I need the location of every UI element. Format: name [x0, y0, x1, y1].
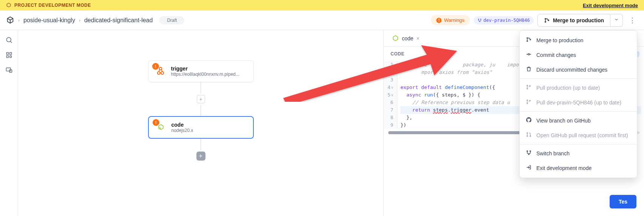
dropdown-divider: [520, 144, 637, 144]
svg-point-19: [528, 54, 530, 55]
exit-icon: [526, 164, 532, 172]
warning-dot-icon: !: [436, 18, 442, 23]
header: › poside-usual-kingly › dedicated-signif…: [0, 11, 644, 30]
dropdown-item[interactable]: Commit changes: [520, 47, 637, 62]
more-menu-button[interactable]: ⋮: [627, 14, 638, 27]
svg-point-0: [478, 19, 479, 20]
add-step-end-button[interactable]: +: [196, 152, 205, 161]
dropdown-divider: [520, 111, 637, 112]
merge-icon: [544, 17, 550, 23]
dropdown-item: Pull production (up to date): [520, 80, 637, 95]
commit-icon: [526, 51, 532, 58]
trash-icon: [526, 66, 532, 73]
dropdown-item[interactable]: Discard uncommitted changes: [520, 62, 637, 77]
gutter-line: 3: [388, 76, 393, 84]
dropdown-item-label: Pull dev-pravin-5QH846 (up to date): [536, 100, 621, 106]
warnings-button[interactable]: ! Warnings: [431, 15, 469, 25]
pull-icon: [526, 84, 532, 91]
dropdown-item-label: Merge to production: [536, 37, 584, 43]
svg-point-10: [9, 56, 11, 58]
test-button[interactable]: Tes: [610, 195, 636, 208]
svg-point-3: [545, 18, 546, 19]
gutter-line: 1: [388, 61, 393, 69]
dropdown-item[interactable]: Exit development mode: [520, 161, 637, 175]
connector-line: [201, 82, 201, 93]
connector-line: [201, 139, 201, 150]
svg-point-5: [548, 20, 549, 21]
svg-point-26: [530, 136, 531, 137]
svg-point-18: [530, 39, 531, 40]
github-icon: [526, 117, 532, 124]
trigger-title: trigger: [171, 66, 239, 72]
gutter-line: 7: [388, 106, 393, 114]
dropdown-item[interactable]: Merge to production: [520, 33, 637, 47]
draft-badge: Draft: [159, 16, 184, 25]
queue-icon[interactable]: [5, 51, 13, 59]
breadcrumb-project[interactable]: poside-usual-kingly: [23, 17, 75, 24]
close-tab-icon[interactable]: ×: [416, 35, 419, 41]
svg-point-1: [480, 19, 481, 20]
trigger-subtitle: https://eo8laqkl00nnxnv.m.piped...: [171, 72, 239, 77]
dropdown-item-label: View branch on GitHub: [536, 118, 591, 124]
svg-rect-9: [6, 56, 8, 58]
svg-point-4: [545, 21, 546, 22]
dev-mode-banner: PROJECT DEVELOPMENT MODE Exit developmen…: [0, 0, 644, 11]
gutter-line: 8: [388, 114, 393, 121]
svg-point-23: [527, 103, 528, 104]
devices-icon[interactable]: [5, 66, 13, 74]
dropdown-item[interactable]: View branch on GitHub: [520, 113, 637, 128]
svg-rect-7: [6, 52, 8, 54]
svg-point-28: [530, 151, 531, 152]
merge-dropdown-menu: Merge to productionCommit changesDiscard…: [519, 30, 637, 178]
warnings-label: Warnings: [444, 17, 464, 23]
error-badge-icon: !: [153, 119, 159, 126]
add-step-button[interactable]: +: [197, 95, 205, 103]
editor-tab-code[interactable]: code ×: [387, 32, 425, 45]
left-rail: [0, 30, 18, 216]
svg-point-17: [527, 41, 528, 42]
search-icon[interactable]: [5, 36, 13, 44]
svg-point-21: [527, 88, 528, 89]
branch-icon: [477, 18, 482, 23]
chevron-right-icon: ›: [18, 18, 20, 23]
dropdown-divider: [520, 78, 637, 79]
code-subtitle: nodejs20.x: [171, 128, 193, 133]
branch-pill[interactable]: dev-pravin-5QH846: [474, 16, 534, 25]
svg-point-20: [527, 85, 528, 86]
dropdown-item-label: Discard uncommitted changes: [536, 67, 607, 73]
code-step[interactable]: ! code nodejs20.x: [148, 116, 254, 139]
gutter-line: 6: [388, 99, 393, 106]
dropdown-item[interactable]: Switch branch: [520, 146, 637, 161]
dropdown-item-label: Open GitHub pull request (commit first): [536, 132, 628, 138]
tab-label: code: [402, 35, 413, 41]
trigger-step[interactable]: ! trigger https://eo8laqkl00nnxnv.m.pipe…: [148, 60, 254, 82]
hexagon-icon: [6, 3, 11, 8]
workflow-canvas[interactable]: ! trigger https://eo8laqkl00nnxnv.m.pipe…: [18, 30, 383, 216]
svg-point-27: [527, 151, 528, 152]
dropdown-item-label: Commit changes: [536, 52, 576, 58]
dropdown-item: Pull dev-pravin-5QH846 (up to date): [520, 95, 637, 110]
merge-button[interactable]: Merge to production: [537, 14, 610, 27]
merge-dropdown-button[interactable]: [610, 14, 623, 27]
nodejs-icon: [158, 124, 164, 131]
svg-point-14: [161, 72, 164, 74]
merge-button-label: Merge to production: [553, 17, 604, 23]
chevron-right-icon: ›: [79, 18, 80, 23]
branch-name: dev-pravin-5QH846: [483, 18, 530, 23]
svg-rect-8: [9, 52, 11, 54]
error-badge-icon: !: [152, 63, 159, 70]
dropdown-item-label: Pull production (up to date): [536, 85, 600, 91]
dropdown-item-label: Switch branch: [536, 150, 570, 156]
nodejs-icon: [392, 35, 399, 42]
dropdown-item: Open GitHub pull request (commit first): [520, 128, 637, 142]
branch-icon: [526, 150, 532, 157]
breadcrumb-workflow: dedicated-significant-lead: [84, 17, 153, 24]
svg-point-16: [527, 38, 528, 39]
project-cube-icon[interactable]: [6, 16, 14, 25]
gutter-line: 9: [388, 121, 393, 129]
merge-icon: [526, 37, 532, 44]
exit-dev-mode-link[interactable]: Exit development mode: [583, 3, 638, 8]
dev-mode-label: PROJECT DEVELOPMENT MODE: [14, 3, 91, 8]
code-title: code: [171, 122, 193, 128]
gutter-line: 5v: [388, 91, 393, 99]
